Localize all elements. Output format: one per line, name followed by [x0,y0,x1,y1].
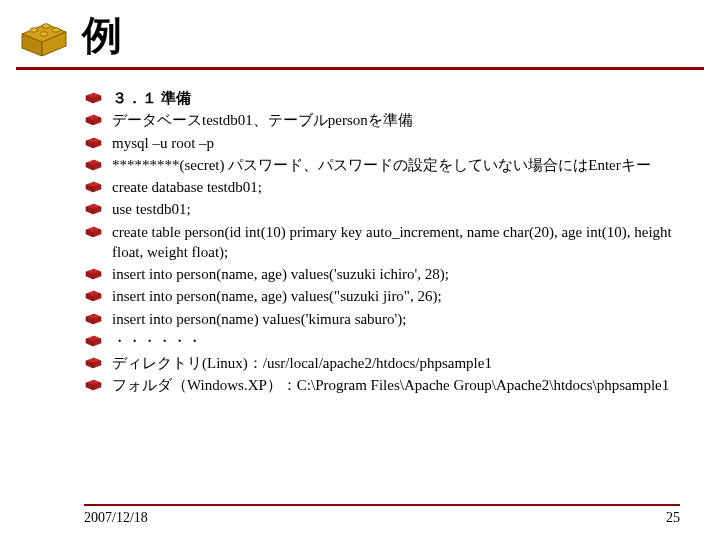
slide: 例 ３．１ 準備データベースtestdb01、テーブルpersonを準備mysq… [0,0,720,540]
svg-point-31 [94,183,97,185]
lego-bullet-icon [84,201,104,219]
lego-bullet-icon [84,311,104,329]
svg-point-4 [42,23,50,27]
lego-icon [16,14,72,58]
slide-body: ３．１ 準備データベースtestdb01、テーブルpersonを準備mysql … [0,88,720,396]
svg-point-50 [89,292,92,294]
svg-point-61 [94,337,97,339]
list-item-text: insert into person(name, age) values('su… [112,264,449,284]
svg-point-21 [94,139,97,141]
list-item-text: create database testdb01; [112,177,262,197]
list-item-text: *********(secret) パスワード、パスワードの設定をしていない場合… [112,155,651,175]
lego-bullet-icon [84,135,104,153]
lego-bullet-icon [84,377,104,395]
list-item-text: ・・・・・・ [112,331,202,351]
svg-point-46 [94,270,97,272]
list-item: ディレクトリ(Linux)：/usr/local/apache2/htdocs/… [84,353,680,373]
slide-title: 例 [82,8,122,63]
list-item: データベースtestdb01、テーブルpersonを準備 [84,110,680,130]
lego-bullet-icon [84,90,104,108]
list-item: insert into person(name) values('kimura … [84,309,680,329]
title-row: 例 [0,0,720,67]
svg-point-70 [89,381,92,383]
list-item-text: use testdb01; [112,199,191,219]
svg-point-41 [94,228,97,230]
list-item: フォルダ（Windows.XP）：C:\Program Files\Apache… [84,375,680,395]
svg-point-65 [89,359,92,361]
svg-point-16 [94,116,97,118]
lego-bullet-icon [84,333,104,351]
footer-page: 25 [666,510,680,526]
footer-rule [84,504,680,506]
list-item-text: フォルダ（Windows.XP）：C:\Program Files\Apache… [112,375,669,395]
list-item-text: データベースtestdb01、テーブルpersonを準備 [112,110,413,130]
list-item: *********(secret) パスワード、パスワードの設定をしていない場合… [84,155,680,175]
list-item: insert into person(name, age) values('su… [84,264,680,284]
svg-point-60 [89,337,92,339]
list-item-text: ３．１ 準備 [112,88,191,108]
svg-point-36 [94,205,97,207]
list-item: use testdb01; [84,199,680,219]
list-item-text: insert into person(name) values('kimura … [112,309,407,329]
list-item-text: ディレクトリ(Linux)：/usr/local/apache2/htdocs/… [112,353,492,373]
svg-point-71 [94,381,97,383]
svg-point-25 [89,161,92,163]
svg-point-40 [89,228,92,230]
svg-point-45 [89,270,92,272]
svg-point-26 [94,161,97,163]
lego-bullet-icon [84,179,104,197]
lego-bullet-icon [84,266,104,284]
list-item: create database testdb01; [84,177,680,197]
lego-bullet-icon [84,288,104,306]
list-item: ・・・・・・ [84,331,680,351]
title-underline [16,67,704,70]
svg-point-3 [30,27,38,31]
list-item-text: create table person(id int(10) primary k… [112,222,680,263]
svg-point-51 [94,292,97,294]
svg-point-20 [89,139,92,141]
svg-point-6 [52,27,60,31]
svg-point-5 [40,31,48,35]
svg-point-11 [94,94,97,96]
list-item-text: insert into person(name, age) values("su… [112,286,442,306]
lego-bullet-icon [84,157,104,175]
list-item: insert into person(name, age) values("su… [84,286,680,306]
svg-point-30 [89,183,92,185]
list-item: mysql –u root –p [84,133,680,153]
svg-point-15 [89,116,92,118]
svg-point-55 [89,315,92,317]
footer-date: 2007/12/18 [84,510,148,526]
lego-bullet-icon [84,355,104,373]
svg-point-56 [94,315,97,317]
slide-footer: 2007/12/18 25 [0,504,720,526]
list-item-text: mysql –u root –p [112,133,214,153]
svg-point-66 [94,359,97,361]
svg-point-35 [89,205,92,207]
list-item: ３．１ 準備 [84,88,680,108]
lego-bullet-icon [84,224,104,242]
list-item: create table person(id int(10) primary k… [84,222,680,263]
lego-bullet-icon [84,112,104,130]
svg-point-10 [89,94,92,96]
